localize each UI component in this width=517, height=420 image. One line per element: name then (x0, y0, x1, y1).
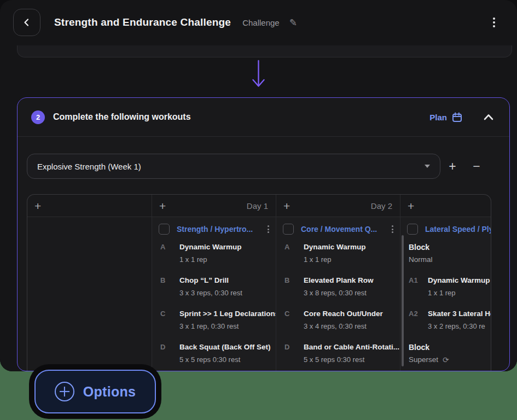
workout-board: ++Day 1+Day 2+ Strength / Hypertro...ADy… (27, 194, 491, 371)
exercise-name: Core Reach Out/Under (304, 309, 400, 319)
exercise-name: Back Squat (Back Off Set) (179, 342, 276, 352)
board-header-cell: + (27, 195, 152, 217)
workout-title-row: Strength / Hypertro... (152, 220, 276, 238)
calendar-icon (452, 112, 462, 122)
page-title: Strength and Endurance Challenge (54, 16, 231, 28)
exercise-list: ADynamic Warmup1 x 1 repBChop “L” Drill3… (152, 242, 276, 365)
workout-title-link[interactable]: Core / Movement Q... (301, 225, 388, 234)
options-button[interactable]: Options (34, 370, 156, 413)
step-2-header: 2 Complete the following workouts Plan (18, 98, 509, 137)
workout-menu-dots-icon[interactable] (268, 225, 269, 233)
add-week-button[interactable]: + (440, 160, 464, 173)
workout-checkbox[interactable] (407, 224, 418, 235)
superset-repeat-icon: ⟳ (443, 355, 449, 365)
exercise-name: Dynamic Warmup (179, 242, 276, 252)
exercise-item[interactable]: DBand or Cable Anti-Rotati...5 x 5 reps … (276, 342, 400, 365)
collapse-section-button[interactable] (483, 113, 494, 121)
exercise-item[interactable]: DBack Squat (Back Off Set)5 x 5 reps 0:3… (152, 342, 276, 365)
add-workout-plus-icon[interactable]: + (159, 200, 166, 212)
exercise-item[interactable]: A1Dynamic Warmup1 x 1 rep (400, 276, 491, 298)
exercise-item[interactable]: BChop “L” Drill3 x 3 reps, 0:30 rest (152, 276, 276, 298)
block-header: BlockNormal (400, 242, 491, 265)
exercise-sets-reps: 3 x 2 reps, 0:30 re (428, 322, 491, 331)
add-workout-plus-icon[interactable]: + (34, 200, 41, 212)
exercise-letter: A (284, 243, 289, 251)
block-type: Superset⟳ (409, 355, 491, 365)
exercise-letter: C (160, 310, 165, 318)
exercise-sets-reps: 3 x 3 reps, 0:30 rest (179, 288, 276, 298)
board-column: Strength / Hypertro...ADynamic Warmup1 x… (152, 217, 276, 371)
exercise-item[interactable]: ADynamic Warmup1 x 1 rep (152, 242, 276, 265)
exercise-name: Skater 3 Lateral Ho (428, 309, 491, 319)
board-header-cell: +Day 2 (276, 195, 400, 217)
exercise-item[interactable]: A2Skater 3 Lateral Ho3 x 2 reps, 0:30 re (400, 309, 491, 331)
workout-checkbox[interactable] (159, 224, 170, 235)
block-name: Block (409, 242, 491, 252)
step-2-card: 2 Complete the following workouts Plan (17, 97, 510, 371)
day-label: Day 2 (371, 201, 392, 211)
chevron-left-icon (22, 18, 31, 27)
exercise-list: ADynamic Warmup1 x 1 repBElevated Plank … (276, 242, 400, 365)
exercise-item[interactable]: BElevated Plank Row3 x 8 reps, 0:30 rest (276, 276, 400, 298)
exercise-letter: A2 (409, 310, 418, 318)
exercise-sets-reps: 1 x 1 rep (428, 288, 491, 298)
week-selector-row: Explosive Strength (Week 1) + − (27, 154, 501, 179)
challenge-type-label: Challenge (242, 18, 280, 27)
screen: Strength and Endurance Challenge Challen… (0, 0, 517, 420)
overflow-menu-icon[interactable] (491, 15, 497, 30)
remove-week-button[interactable]: − (464, 160, 489, 173)
edit-title-pencil-icon[interactable]: ✎ (289, 17, 297, 28)
day-label: Day 1 (247, 201, 268, 211)
workout-checkbox[interactable] (283, 224, 294, 235)
plan-button[interactable]: Plan (429, 112, 462, 122)
block-name: Block (409, 342, 491, 352)
chevron-up-icon (483, 113, 494, 121)
exercise-list: BlockNormalA1Dynamic Warmup1 x 1 repA2Sk… (400, 242, 491, 365)
exercise-letter: B (160, 276, 165, 284)
exercise-letter: C (284, 310, 289, 318)
board-column (27, 217, 152, 371)
exercise-sets-reps: 3 x 4 reps, 0:30 rest (304, 322, 400, 331)
step-number-badge: 2 (31, 110, 45, 124)
week-select-value: Explosive Strength (Week 1) (37, 162, 425, 171)
board-header-cell: + (400, 195, 491, 217)
exercise-item[interactable]: ADynamic Warmup1 x 1 rep (276, 242, 400, 265)
board-header-cell: +Day 1 (152, 195, 276, 217)
board-body: Strength / Hypertro...ADynamic Warmup1 x… (27, 217, 491, 371)
exercise-name: Dynamic Warmup (304, 242, 400, 252)
previous-step-card-edge (17, 45, 512, 57)
back-button[interactable] (13, 9, 40, 36)
options-label: Options (83, 384, 136, 400)
block-header: BlockSuperset⟳ (400, 342, 491, 365)
exercise-sets-reps: 1 x 1 rep (304, 255, 400, 265)
app-window: Strength and Endurance Challenge Challen… (0, 0, 517, 371)
exercise-sets-reps: 3 x 8 reps, 0:30 rest (304, 288, 400, 298)
workout-title-row: Core / Movement Q... (276, 220, 400, 238)
workout-title-link[interactable]: Strength / Hypertro... (177, 225, 264, 234)
board-column: Lateral Speed / PlyBlockNormalA1Dynamic … (400, 217, 491, 371)
exercise-name: Sprint >> 1 Leg Declarations (179, 309, 276, 319)
exercise-name: Band or Cable Anti-Rotati... (304, 342, 400, 352)
add-workout-plus-icon[interactable]: + (408, 200, 414, 212)
exercise-name: Elevated Plank Row (304, 276, 400, 285)
triangle-down-icon (425, 165, 430, 168)
exercise-letter: B (284, 276, 289, 284)
exercise-item[interactable]: CCore Reach Out/Under3 x 4 reps, 0:30 re… (276, 309, 400, 331)
board-scrollbar[interactable] (402, 235, 404, 366)
plan-label: Plan (429, 113, 447, 122)
plus-circle-icon (55, 382, 74, 401)
workout-title-row: Lateral Speed / Ply (400, 220, 491, 238)
exercise-sets-reps: 5 x 5 reps 0:30 rest (179, 355, 276, 365)
exercise-letter: D (160, 343, 165, 351)
add-workout-plus-icon[interactable]: + (283, 200, 290, 212)
week-select-dropdown[interactable]: Explosive Strength (Week 1) (27, 154, 440, 179)
header: Strength and Endurance Challenge Challen… (0, 0, 517, 45)
workout-title-link[interactable]: Lateral Speed / Ply (425, 225, 491, 234)
board-header-row: ++Day 1+Day 2+ (27, 195, 491, 217)
exercise-sets-reps: 1 x 1 rep (179, 255, 276, 265)
board-column: Core / Movement Q...ADynamic Warmup1 x 1… (276, 217, 400, 371)
workout-menu-dots-icon[interactable] (392, 225, 393, 233)
exercise-letter: D (284, 343, 289, 351)
step-title: Complete the following workouts (53, 112, 191, 122)
exercise-item[interactable]: CSprint >> 1 Leg Declarations3 x 1 rep, … (152, 309, 276, 331)
